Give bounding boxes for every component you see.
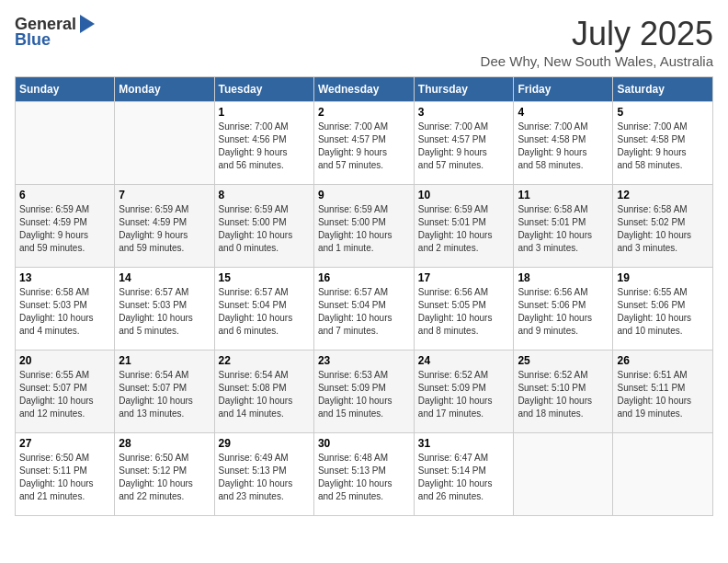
day-info: Sunrise: 6:56 AM Sunset: 5:05 PM Dayligh… [418,286,510,338]
calendar-cell: 26Sunrise: 6:51 AM Sunset: 5:11 PM Dayli… [613,350,713,433]
calendar-cell: 27Sunrise: 6:50 AM Sunset: 5:11 PM Dayli… [16,433,115,516]
title-section: July 2025 Dee Why, New South Wales, Aust… [481,15,713,69]
day-number: 25 [518,354,609,367]
calendar-cell: 7Sunrise: 6:59 AM Sunset: 4:59 PM Daylig… [115,185,214,268]
day-number: 22 [219,354,310,367]
day-number: 11 [518,189,609,201]
page-header: General Blue July 2025 Dee Why, New Sout… [15,15,713,69]
calendar-header-row: SundayMondayTuesdayWednesdayThursdayFrid… [16,77,713,102]
day-number: 17 [418,271,510,284]
day-info: Sunrise: 6:50 AM Sunset: 5:11 PM Dayligh… [19,452,110,503]
day-info: Sunrise: 6:59 AM Sunset: 4:59 PM Dayligh… [119,203,210,255]
day-number: 23 [318,354,410,367]
day-number: 2 [318,106,410,119]
day-info: Sunrise: 6:59 AM Sunset: 5:01 PM Dayligh… [418,203,510,255]
day-info: Sunrise: 6:57 AM Sunset: 5:04 PM Dayligh… [318,286,410,338]
calendar-cell: 17Sunrise: 6:56 AM Sunset: 5:05 PM Dayli… [414,268,514,350]
calendar-cell: 15Sunrise: 6:57 AM Sunset: 5:04 PM Dayli… [214,268,313,350]
logo: General Blue [15,15,95,50]
calendar-week-row: 1Sunrise: 7:00 AM Sunset: 4:56 PM Daylig… [16,102,713,185]
day-info: Sunrise: 7:00 AM Sunset: 4:58 PM Dayligh… [518,121,609,172]
day-info: Sunrise: 6:59 AM Sunset: 4:59 PM Dayligh… [19,203,110,255]
calendar-cell: 16Sunrise: 6:57 AM Sunset: 5:04 PM Dayli… [313,268,414,350]
calendar-cell: 18Sunrise: 6:56 AM Sunset: 5:06 PM Dayli… [514,268,613,350]
location-text: Dee Why, New South Wales, Australia [481,53,713,69]
day-number: 9 [318,189,410,201]
day-number: 4 [518,106,609,119]
day-number: 18 [518,271,609,284]
calendar-cell: 28Sunrise: 6:50 AM Sunset: 5:12 PM Dayli… [115,433,214,516]
calendar-cell: 9Sunrise: 6:59 AM Sunset: 5:00 PM Daylig… [313,185,414,268]
day-number: 31 [418,437,510,450]
calendar-cell: 19Sunrise: 6:55 AM Sunset: 5:06 PM Dayli… [613,268,713,350]
day-info: Sunrise: 6:55 AM Sunset: 5:07 PM Dayligh… [19,369,110,420]
calendar-cell: 21Sunrise: 6:54 AM Sunset: 5:07 PM Dayli… [115,350,214,433]
calendar-cell: 22Sunrise: 6:54 AM Sunset: 5:08 PM Dayli… [214,350,313,433]
calendar-cell: 3Sunrise: 7:00 AM Sunset: 4:57 PM Daylig… [414,102,514,185]
calendar-cell: 29Sunrise: 6:49 AM Sunset: 5:13 PM Dayli… [214,433,313,516]
day-info: Sunrise: 6:52 AM Sunset: 5:10 PM Dayligh… [518,369,609,420]
calendar-cell: 5Sunrise: 7:00 AM Sunset: 4:58 PM Daylig… [613,102,713,185]
calendar-cell: 4Sunrise: 7:00 AM Sunset: 4:58 PM Daylig… [514,102,613,185]
calendar-cell: 31Sunrise: 6:47 AM Sunset: 5:14 PM Dayli… [414,433,514,516]
day-number: 27 [19,437,110,450]
calendar-week-row: 20Sunrise: 6:55 AM Sunset: 5:07 PM Dayli… [16,350,713,433]
day-info: Sunrise: 6:58 AM Sunset: 5:01 PM Dayligh… [518,203,609,255]
day-info: Sunrise: 6:50 AM Sunset: 5:12 PM Dayligh… [119,452,210,503]
day-info: Sunrise: 6:48 AM Sunset: 5:13 PM Dayligh… [318,452,410,503]
day-number: 6 [19,189,110,201]
weekday-header-monday: Monday [115,77,214,102]
day-number: 3 [418,106,510,119]
day-info: Sunrise: 6:54 AM Sunset: 5:08 PM Dayligh… [219,369,310,420]
day-info: Sunrise: 6:54 AM Sunset: 5:07 PM Dayligh… [119,369,210,420]
day-number: 7 [119,189,210,201]
month-title: July 2025 [481,15,713,53]
day-number: 5 [617,106,709,119]
calendar-cell [613,433,713,516]
calendar-cell: 24Sunrise: 6:52 AM Sunset: 5:09 PM Dayli… [414,350,514,433]
day-info: Sunrise: 6:47 AM Sunset: 5:14 PM Dayligh… [418,452,510,503]
calendar-cell: 13Sunrise: 6:58 AM Sunset: 5:03 PM Dayli… [16,268,115,350]
calendar-cell: 23Sunrise: 6:53 AM Sunset: 5:09 PM Dayli… [313,350,414,433]
calendar-cell: 20Sunrise: 6:55 AM Sunset: 5:07 PM Dayli… [16,350,115,433]
day-number: 26 [617,354,709,367]
day-number: 24 [418,354,510,367]
calendar-cell: 14Sunrise: 6:57 AM Sunset: 5:03 PM Dayli… [115,268,214,350]
calendar-table: SundayMondayTuesdayWednesdayThursdayFrid… [15,76,713,516]
weekday-header-thursday: Thursday [414,77,514,102]
day-info: Sunrise: 6:52 AM Sunset: 5:09 PM Dayligh… [418,369,510,420]
day-info: Sunrise: 6:58 AM Sunset: 5:02 PM Dayligh… [617,203,709,255]
day-info: Sunrise: 6:56 AM Sunset: 5:06 PM Dayligh… [518,286,609,338]
logo-blue-text: Blue [15,30,51,50]
day-number: 10 [418,189,510,201]
day-number: 15 [219,271,310,284]
calendar-cell: 11Sunrise: 6:58 AM Sunset: 5:01 PM Dayli… [514,185,613,268]
day-info: Sunrise: 7:00 AM Sunset: 4:57 PM Dayligh… [318,121,410,172]
calendar-cell: 30Sunrise: 6:48 AM Sunset: 5:13 PM Dayli… [313,433,414,516]
calendar-cell: 8Sunrise: 6:59 AM Sunset: 5:00 PM Daylig… [214,185,313,268]
day-number: 14 [119,271,210,284]
day-number: 19 [617,271,709,284]
day-info: Sunrise: 6:59 AM Sunset: 5:00 PM Dayligh… [318,203,410,255]
calendar-week-row: 13Sunrise: 6:58 AM Sunset: 5:03 PM Dayli… [16,268,713,350]
calendar-cell [514,433,613,516]
calendar-cell: 10Sunrise: 6:59 AM Sunset: 5:01 PM Dayli… [414,185,514,268]
day-number: 1 [219,106,310,119]
weekday-header-tuesday: Tuesday [214,77,313,102]
day-info: Sunrise: 6:59 AM Sunset: 5:00 PM Dayligh… [219,203,310,255]
day-info: Sunrise: 6:58 AM Sunset: 5:03 PM Dayligh… [19,286,110,338]
calendar-cell [115,102,214,185]
day-info: Sunrise: 6:55 AM Sunset: 5:06 PM Dayligh… [617,286,709,338]
calendar-cell: 25Sunrise: 6:52 AM Sunset: 5:10 PM Dayli… [514,350,613,433]
weekday-header-friday: Friday [514,77,613,102]
day-number: 13 [19,271,110,284]
day-info: Sunrise: 6:51 AM Sunset: 5:11 PM Dayligh… [617,369,709,420]
weekday-header-sunday: Sunday [16,77,115,102]
day-info: Sunrise: 6:57 AM Sunset: 5:04 PM Dayligh… [219,286,310,338]
day-number: 28 [119,437,210,450]
day-number: 30 [318,437,410,450]
calendar-cell: 6Sunrise: 6:59 AM Sunset: 4:59 PM Daylig… [16,185,115,268]
calendar-week-row: 27Sunrise: 6:50 AM Sunset: 5:11 PM Dayli… [16,433,713,516]
day-info: Sunrise: 6:49 AM Sunset: 5:13 PM Dayligh… [219,452,310,503]
day-info: Sunrise: 6:57 AM Sunset: 5:03 PM Dayligh… [119,286,210,338]
